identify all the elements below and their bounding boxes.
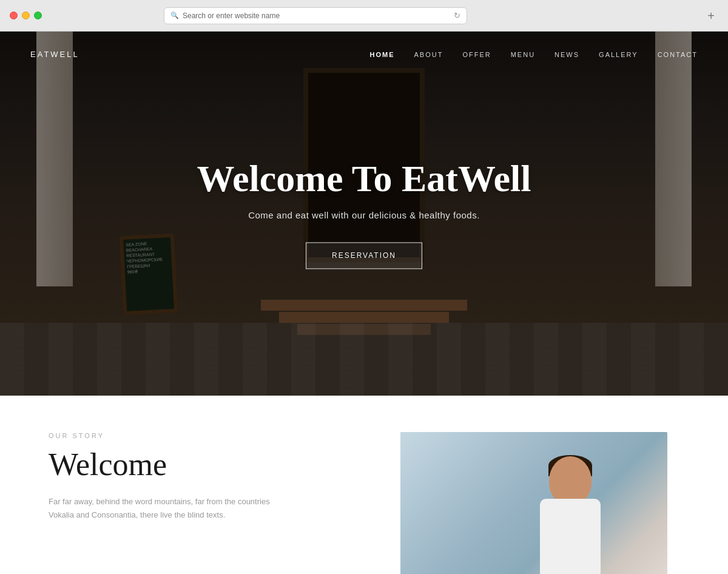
site-logo[interactable]: EATWELL — [30, 50, 79, 59]
hero-section: SEA ZONE BEACHAREA RESTAURANT ЧЕРНОМОРСК… — [0, 32, 728, 396]
minimize-button[interactable] — [22, 12, 30, 19]
story-body: Far far away, behind the word mountains,… — [49, 495, 279, 522]
story-label: OUR STORY — [49, 432, 364, 439]
hero-subtitle: Come and eat well with our delicious & h… — [152, 211, 576, 221]
navbar: EATWELL HOME ABOUT OFFER MENU NEWS — [0, 32, 728, 76]
nav-item-menu[interactable]: MENU — [511, 49, 535, 59]
browser-chrome: 🔍 Search or enter website name ↻ + — [0, 0, 728, 32]
nav-link-news[interactable]: NEWS — [554, 51, 579, 58]
nav-link-about[interactable]: ABOUT — [414, 51, 443, 58]
address-bar[interactable]: 🔍 Search or enter website name ↻ — [164, 7, 467, 24]
nav-link-home[interactable]: HOME — [370, 51, 395, 58]
search-icon: 🔍 — [170, 12, 179, 19]
address-text: Search or enter website name — [183, 12, 280, 20]
story-title: Welcome — [49, 449, 364, 481]
chef-body — [540, 499, 601, 574]
nav-item-gallery[interactable]: GALLERY — [599, 49, 638, 59]
reservation-button[interactable]: Reservation — [306, 243, 422, 269]
reload-icon[interactable]: ↻ — [454, 11, 460, 20]
chef-head — [549, 456, 592, 505]
story-left: OUR STORY Welcome Far far away, behind t… — [49, 432, 364, 550]
story-right — [400, 432, 667, 550]
nav-link-gallery[interactable]: GALLERY — [599, 51, 638, 58]
chef-photo — [400, 432, 667, 574]
nav-link-menu[interactable]: MENU — [511, 51, 535, 58]
traffic-lights — [10, 12, 42, 19]
nav-link-offer[interactable]: OFFER — [462, 51, 491, 58]
content-section: OUR STORY Welcome Far far away, behind t… — [0, 396, 728, 574]
chef-figure — [510, 444, 631, 574]
hero-title: Welcome To EatWell — [152, 158, 576, 199]
nav-item-home[interactable]: HOME — [370, 49, 395, 59]
new-tab-button[interactable]: + — [704, 8, 718, 23]
maximize-button[interactable] — [34, 12, 42, 19]
nav-item-about[interactable]: ABOUT — [414, 49, 443, 59]
website: SEA ZONE BEACHAREA RESTAURANT ЧЕРНОМОРСК… — [0, 32, 728, 574]
hero-content: Welcome To EatWell Come and eat well wit… — [152, 158, 576, 269]
nav-item-offer[interactable]: OFFER — [462, 49, 491, 59]
close-button[interactable] — [10, 12, 18, 19]
nav-item-contact[interactable]: CONTACT — [658, 49, 698, 59]
nav-item-news[interactable]: NEWS — [554, 49, 579, 59]
nav-links: HOME ABOUT OFFER MENU NEWS GALLERY — [370, 49, 698, 59]
nav-link-contact[interactable]: CONTACT — [658, 51, 698, 58]
